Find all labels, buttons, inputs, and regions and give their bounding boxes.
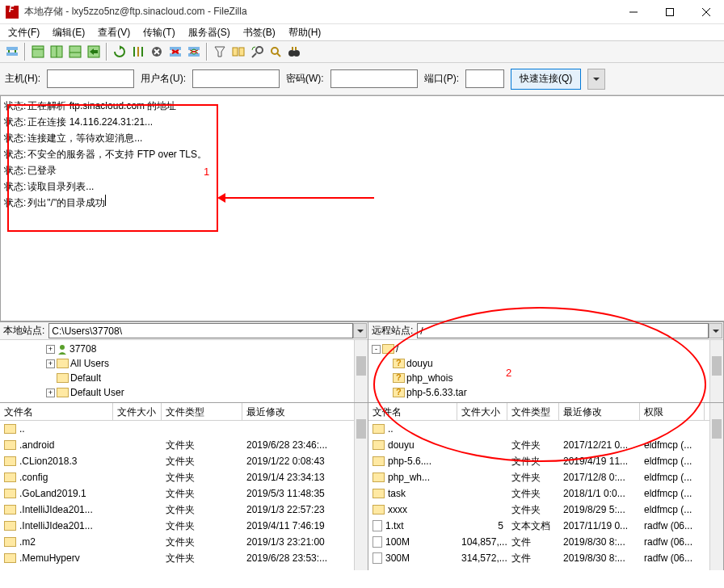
file-panes: 本地站点: +37708 +All Users Default +Default… — [0, 321, 724, 570]
expand-icon[interactable]: + — [46, 359, 55, 368]
local-tree[interactable]: +37708 +All Users Default +Default User — [0, 340, 368, 403]
list-row[interactable]: php_wh...文件夹2017/12/8 0:...eldfmcp (... — [368, 469, 723, 485]
remote-tree[interactable]: -/ douyu php_whois php-5.6.33.tar — [368, 340, 723, 403]
log-msg: 正在连接 14.116.224.31:21... — [27, 114, 153, 130]
menu-transfer[interactable]: 传输(T) — [138, 24, 179, 41]
scrollbar[interactable] — [354, 403, 368, 570]
file-size: 5 — [457, 520, 507, 531]
compare-icon[interactable] — [229, 43, 247, 61]
menu-server[interactable]: 服务器(S) — [183, 24, 235, 41]
expand-icon[interactable]: + — [46, 345, 55, 354]
file-date: 2019/4/11 7:46:19 — [242, 520, 356, 531]
menu-file[interactable]: 文件(F) — [3, 24, 44, 41]
menu-edit[interactable]: 编辑(E) — [48, 24, 90, 41]
list-row[interactable]: douyu文件夹2017/12/21 0...eldfmcp (... — [368, 437, 723, 453]
search-icon[interactable] — [267, 43, 284, 61]
scrollbar[interactable] — [709, 340, 723, 402]
file-name: 300M — [385, 552, 410, 564]
local-site-label: 本地站点: — [0, 324, 48, 338]
col-filetype[interactable]: 文件类型 — [162, 403, 242, 420]
local-file-list[interactable]: 文件名 文件大小 文件类型 最近修改 ...android文件夹2019/6/2… — [0, 403, 368, 570]
folder-icon — [57, 388, 69, 397]
list-row[interactable]: .GoLand2019.1文件夹2019/5/3 11:48:35 — [0, 485, 368, 502]
disconnect-icon[interactable] — [166, 43, 184, 61]
tree-node-label: / — [396, 343, 398, 355]
folder-icon — [4, 440, 16, 450]
file-date: 2019/4/19 11... — [559, 456, 640, 467]
col-filesize[interactable]: 文件大小 — [113, 403, 162, 420]
sync-icon[interactable] — [248, 43, 266, 61]
list-row[interactable]: .config文件夹2019/1/4 23:34:13 — [0, 469, 368, 485]
remote-file-list[interactable]: 文件名 文件大小 文件类型 最近修改 权限 ..douyu文件夹2017/12/… — [368, 403, 723, 570]
remote-list-header: 文件名 文件大小 文件类型 最近修改 权限 — [368, 403, 723, 421]
quickconnect-button[interactable]: 快速连接(Q) — [511, 69, 581, 90]
list-row[interactable]: .CLion2018.3文件夹2019/1/22 0:08:43 — [0, 453, 368, 469]
maximize-button[interactable] — [651, 0, 688, 24]
local-path-dropdown[interactable] — [353, 323, 367, 338]
list-row[interactable]: .IntelliJIdea201...文件夹2019/4/11 7:46:19 — [0, 518, 368, 534]
file-icon — [373, 520, 382, 531]
layout1-icon[interactable] — [29, 43, 47, 61]
file-date: 2019/8/30 8:... — [559, 536, 640, 548]
layout2-icon[interactable] — [48, 43, 65, 61]
tree-node-label: Default — [70, 372, 101, 384]
menu-view[interactable]: 查看(V) — [93, 24, 135, 41]
reconnect-icon[interactable] — [185, 43, 203, 61]
col-modified[interactable]: 最近修改 — [559, 403, 640, 420]
folder-icon — [382, 344, 394, 354]
file-date: 2017/11/19 0... — [559, 520, 640, 531]
list-row[interactable]: 100M104,857,...文件2019/8/30 8:...radfw (0… — [368, 534, 723, 550]
host-input[interactable] — [47, 69, 134, 88]
file-type: 文件夹 — [162, 439, 242, 452]
col-filetype[interactable]: 文件类型 — [507, 403, 559, 420]
log-status: 状态: — [4, 146, 26, 162]
scrollbar[interactable] — [709, 403, 723, 570]
file-size: 314,572,... — [457, 552, 507, 564]
username-input[interactable] — [192, 69, 280, 88]
password-input[interactable] — [330, 69, 418, 88]
col-modified[interactable]: 最近修改 — [242, 403, 356, 420]
password-label: 密码(W): — [286, 72, 324, 86]
list-row[interactable]: .MemuHyperv文件夹2019/6/28 23:53:... — [0, 550, 368, 566]
col-filesize[interactable]: 文件大小 — [457, 403, 507, 420]
layout4-icon[interactable] — [85, 43, 103, 61]
list-row[interactable]: .. — [0, 421, 368, 437]
refresh-icon[interactable] — [111, 43, 128, 61]
list-row[interactable]: .m2文件夹2019/1/3 23:21:00 — [0, 534, 368, 550]
col-filename[interactable]: 文件名 — [368, 403, 457, 420]
list-row[interactable]: .IntelliJIdea201...文件夹2019/1/3 22:57:23 — [0, 502, 368, 518]
list-row[interactable]: 300M314,572,...文件2019/8/30 8:...radfw (0… — [368, 550, 723, 566]
layout3-icon[interactable] — [66, 43, 84, 61]
port-input[interactable] — [465, 69, 504, 88]
close-button[interactable] — [688, 0, 724, 24]
list-row[interactable]: xxxx文件夹2019/8/29 5:...eldfmcp (... — [368, 502, 723, 518]
col-filename[interactable]: 文件名 — [0, 403, 113, 420]
log-status: 状态: — [4, 130, 26, 146]
collapse-icon[interactable]: - — [372, 345, 381, 354]
list-row[interactable]: .. — [368, 421, 723, 437]
quickconnect-dropdown[interactable] — [587, 69, 605, 90]
remote-path-input[interactable] — [417, 323, 709, 338]
menu-help[interactable]: 帮助(H) — [284, 24, 326, 41]
list-row[interactable]: task文件夹2018/1/1 0:0...eldfmcp (... — [368, 485, 723, 502]
svg-rect-38 — [292, 47, 293, 50]
minimize-button[interactable] — [615, 0, 651, 24]
file-icon — [373, 536, 382, 548]
binoculars-icon[interactable] — [285, 43, 303, 61]
list-row[interactable]: .android文件夹2019/6/28 23:46:... — [0, 437, 368, 453]
remote-path-dropdown[interactable] — [709, 323, 722, 338]
username-label: 用户名(U): — [141, 72, 186, 86]
message-log[interactable]: 状态:正在解析 ftp.sinacloud.com 的地址 状态:正在连接 14… — [0, 95, 724, 321]
menu-bookmarks[interactable]: 书签(B) — [238, 24, 280, 41]
svg-rect-1 — [666, 8, 673, 15]
scrollbar[interactable] — [354, 340, 368, 402]
sitemanager-icon[interactable] — [3, 43, 21, 61]
list-row[interactable]: 1.txt5文本文档2017/11/19 0...radfw (06... — [368, 518, 723, 534]
local-path-input[interactable] — [48, 323, 353, 338]
cancel-icon[interactable] — [148, 43, 166, 61]
expand-icon[interactable]: + — [46, 388, 55, 397]
list-row[interactable]: php-5.6....文件夹2019/4/19 11...eldfmcp (..… — [368, 453, 723, 469]
processqueue-icon[interactable] — [129, 43, 147, 61]
filter-icon[interactable] — [211, 43, 229, 61]
col-permissions[interactable]: 权限 — [640, 403, 705, 420]
